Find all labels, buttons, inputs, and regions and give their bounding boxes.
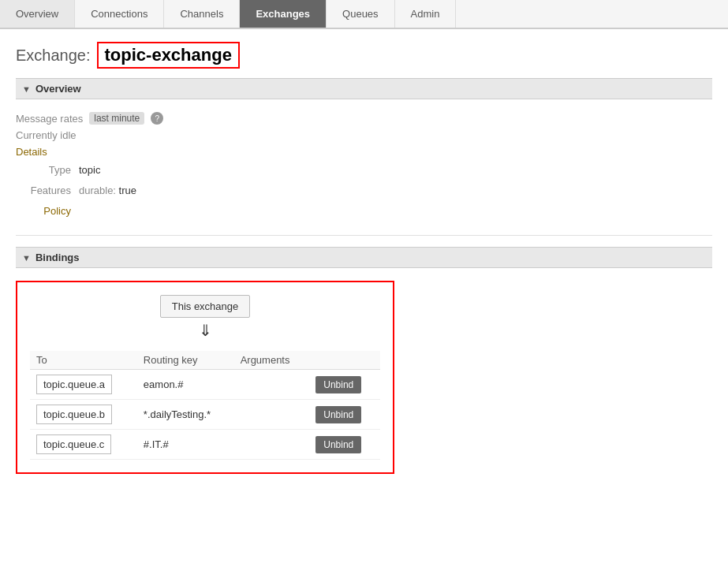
help-icon[interactable]: ? [151,112,163,125]
action-cell: Unbind [309,370,380,400]
details-table: Type topic Features durable: true Policy [24,164,712,221]
exchange-prefix-label: Exchange: [16,47,91,65]
col-header-arguments: Arguments [234,351,310,370]
exchange-title: Exchange: topic-exchange [16,42,712,69]
table-row: topic.queue.c#.IT.#Unbind [30,430,380,460]
bindings-box: This exchange ⇓ To Routing key Arguments… [16,281,394,474]
details-link[interactable]: Details [16,146,712,158]
arguments-cell [234,370,310,400]
routing-key-cell: *.dailyTesting.* [137,400,234,430]
features-value: durable: true [79,185,136,196]
arguments-cell [234,430,310,460]
queue-name-cell: topic.queue.a [30,370,137,400]
table-row: topic.queue.b*.dailyTesting.*Unbind [30,400,380,430]
nav-item-channels[interactable]: Channels [164,0,240,28]
durable-value: true [119,185,136,196]
nav-item-exchanges[interactable]: Exchanges [240,0,327,28]
queue-name-cell: topic.queue.b [30,400,137,430]
policy-label[interactable]: Policy [24,205,79,217]
table-header-row: To Routing key Arguments [30,351,380,370]
type-value: topic [79,164,100,176]
message-rates-row: Message rates last minute ? [16,112,712,125]
unbind-button[interactable]: Unbind [315,376,361,393]
queue-name-box: topic.queue.a [36,375,112,394]
nav-item-connections[interactable]: Connections [75,0,164,28]
last-minute-badge[interactable]: last minute [89,112,144,125]
nav-item-admin[interactable]: Admin [395,0,457,28]
col-header-routing-key: Routing key [137,351,234,370]
unbind-button[interactable]: Unbind [315,436,361,453]
routing-key-cell: #.IT.# [137,430,234,460]
nav-bar: Overview Connections Channels Exchanges … [0,0,728,29]
type-row: Type topic [24,164,712,180]
routing-key-cell: eamon.# [137,370,234,400]
type-key-label: Type [24,164,79,176]
message-rates-label: Message rates [16,113,83,125]
table-row: topic.queue.aeamon.#Unbind [30,370,380,400]
idle-text: Currently idle [16,129,712,141]
bindings-arrow-icon: ▼ [22,253,31,263]
col-header-to: To [30,351,137,370]
exchange-flow: This exchange ⇓ [30,295,380,340]
unbind-button[interactable]: Unbind [315,406,361,423]
this-exchange-button[interactable]: This exchange [160,295,251,318]
exchange-name: topic-exchange [97,42,240,69]
durable-key-label: durable: [79,185,116,196]
arguments-cell [234,400,310,430]
nav-item-queues[interactable]: Queues [327,0,395,28]
col-header-action [309,351,380,370]
nav-item-overview[interactable]: Overview [0,0,75,28]
overview-arrow-icon: ▼ [22,84,31,94]
queue-name-cell: topic.queue.c [30,430,137,460]
overview-content: Message rates last minute ? Currently id… [16,106,712,236]
queue-name-box: topic.queue.b [36,405,112,424]
queue-name-box: topic.queue.c [36,434,111,454]
overview-section-title: Overview [35,83,81,95]
features-row: Features durable: true [24,185,712,200]
policy-row: Policy [24,205,712,221]
bindings-section-title: Bindings [35,252,80,263]
bindings-section-header[interactable]: ▼ Bindings [16,247,712,268]
features-key-label: Features [24,185,79,196]
bindings-table: To Routing key Arguments topic.queue.aea… [30,351,380,460]
action-cell: Unbind [309,430,380,460]
action-cell: Unbind [309,400,380,430]
down-arrow-icon: ⇓ [199,321,212,340]
main-content: Exchange: topic-exchange ▼ Overview Mess… [0,29,728,487]
overview-section-header[interactable]: ▼ Overview [16,78,712,99]
